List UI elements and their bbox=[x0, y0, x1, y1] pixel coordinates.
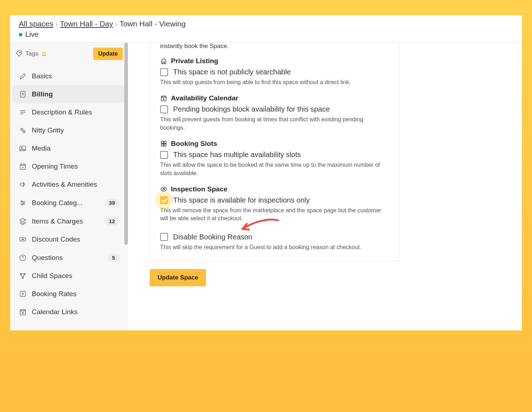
tag-icon bbox=[15, 50, 23, 58]
option-label: This space has multiple availability slo… bbox=[173, 151, 301, 159]
megaphone-icon bbox=[19, 181, 27, 188]
calendar-x-icon bbox=[160, 95, 167, 102]
sidebar-item-label: Calendar Links bbox=[32, 308, 119, 316]
svg-point-5 bbox=[23, 131, 25, 133]
building-icon bbox=[160, 57, 167, 65]
grid-icon bbox=[160, 140, 167, 147]
sidebar-item-label: Billing bbox=[32, 90, 119, 98]
gears-icon bbox=[19, 126, 27, 134]
tags-control[interactable]: Tags bbox=[15, 50, 48, 58]
breadcrumb-root[interactable]: All spaces bbox=[19, 19, 53, 28]
section-title: Availability Calendar bbox=[171, 94, 238, 102]
section-inspection-space: Inspection Space This space is available… bbox=[160, 180, 389, 226]
svg-point-4 bbox=[21, 129, 23, 131]
network-icon bbox=[19, 272, 27, 280]
badge: 12 bbox=[104, 217, 119, 225]
option-label: Pending bookings block availability for … bbox=[173, 105, 330, 113]
sidebar-item-label: Child Spaces bbox=[32, 272, 119, 280]
svg-rect-8 bbox=[20, 164, 26, 170]
sidebar-item-basics[interactable]: Basics bbox=[12, 67, 126, 85]
chevron-right-icon: › bbox=[115, 21, 117, 28]
svg-rect-23 bbox=[161, 144, 163, 146]
status-row: Live bbox=[19, 30, 513, 39]
update-button[interactable]: Update bbox=[93, 48, 123, 60]
badge: 39 bbox=[104, 199, 119, 207]
section-desc: This will stop guests from being able to… bbox=[160, 78, 389, 86]
sidebar-item-calendar-links[interactable]: Calendar Links bbox=[12, 303, 126, 321]
svg-point-16 bbox=[22, 277, 23, 279]
sidebar-item-booking-rates[interactable]: Booking Rates bbox=[12, 285, 126, 303]
svg-rect-22 bbox=[164, 142, 166, 144]
inspection-only-toggle[interactable]: This space is available for inspections … bbox=[160, 196, 389, 204]
pencil-icon bbox=[19, 72, 27, 80]
section-title: Private Listing bbox=[171, 57, 218, 65]
svg-point-0 bbox=[20, 52, 20, 53]
sidebar-item-items-charges[interactable]: Items & Charges 12 bbox=[12, 212, 126, 230]
svg-point-14 bbox=[20, 273, 22, 275]
app-window: All spaces › Town Hall - Day › Town Hall… bbox=[10, 15, 522, 330]
checkbox-icon bbox=[160, 68, 168, 76]
sidebar-item-label: Basics bbox=[32, 72, 119, 80]
sidebar-item-label: Opening Times bbox=[32, 162, 119, 170]
section-private-listing: Private Listing This space is not public… bbox=[160, 52, 389, 89]
sidebar-item-opening-times[interactable]: Opening Times bbox=[12, 157, 126, 175]
sliders-icon bbox=[19, 199, 27, 207]
image-icon bbox=[19, 144, 27, 152]
tags-label: Tags bbox=[25, 50, 38, 57]
sidebar-item-label: Discount Codes bbox=[32, 235, 119, 243]
section-desc: This will allow the space to be booked a… bbox=[160, 161, 389, 177]
sidebar-item-label: Activities & Amenities bbox=[32, 181, 119, 188]
calendar-link-icon bbox=[19, 308, 27, 316]
checkbox-icon bbox=[160, 233, 168, 241]
sidebar-item-discount-codes[interactable]: Discount Codes bbox=[12, 230, 126, 248]
svg-point-1 bbox=[42, 52, 44, 53]
sidebar-item-label: Media bbox=[32, 144, 119, 152]
breadcrumb-current: Town Hall - Viewing bbox=[120, 19, 186, 28]
section-desc: This will skip the requirement for a Gue… bbox=[160, 243, 389, 251]
sidebar-item-label: Booking Categ... bbox=[32, 199, 99, 207]
sidebar-item-description[interactable]: Description & Rules bbox=[12, 103, 126, 121]
sidebar-item-questions[interactable]: Questions 5 bbox=[12, 248, 126, 267]
svg-rect-24 bbox=[164, 144, 166, 146]
svg-rect-20 bbox=[161, 96, 166, 101]
sidebar-item-billing[interactable]: Billing bbox=[12, 85, 126, 103]
section-desc: This will remove the space from the mark… bbox=[160, 207, 389, 223]
disable-booking-reason-toggle[interactable]: Disable Booking Reason bbox=[160, 233, 389, 241]
multiple-slots-toggle[interactable]: This space has multiple availability slo… bbox=[160, 151, 389, 159]
svg-point-2 bbox=[44, 52, 46, 53]
layers-icon bbox=[19, 217, 27, 225]
sidebar-item-nitty-gritty[interactable]: Nitty Gritty bbox=[12, 121, 126, 139]
section-availability-calendar: Availability Calendar Pending bookings b… bbox=[160, 89, 389, 135]
sidebar-item-label: Questions bbox=[32, 254, 103, 262]
calendar-check-icon bbox=[19, 162, 27, 170]
update-space-button[interactable]: Update Space bbox=[150, 269, 206, 286]
option-label: Disable Booking Reason bbox=[173, 233, 252, 241]
ticket-icon bbox=[19, 235, 27, 243]
invoice-icon bbox=[19, 90, 27, 98]
section-booking-slots: Booking Slots This space has multiple av… bbox=[160, 135, 389, 180]
nav-list: Basics Billing Description & Rules Nitty… bbox=[10, 65, 128, 323]
breadcrumb-parent[interactable]: Town Hall - Day bbox=[60, 19, 113, 28]
svg-point-7 bbox=[21, 147, 22, 148]
lines-icon bbox=[19, 108, 27, 116]
sidebar-item-label: Booking Rates bbox=[32, 290, 119, 298]
checkbox-icon bbox=[160, 151, 168, 159]
checkbox-icon bbox=[160, 196, 168, 204]
sidebar-item-booking-categories[interactable]: Booking Categ... 39 bbox=[12, 194, 126, 212]
pending-block-toggle[interactable]: Pending bookings block availability for … bbox=[160, 105, 389, 113]
private-listing-toggle[interactable]: This space is not publicly searchable bbox=[160, 68, 389, 76]
header: All spaces › Town Hall - Day › Town Hall… bbox=[10, 15, 522, 43]
sidebar-item-child-spaces[interactable]: Child Spaces bbox=[12, 267, 126, 285]
sidebar-item-media[interactable]: Media bbox=[12, 139, 126, 157]
svg-point-19 bbox=[22, 312, 23, 314]
breadcrumb: All spaces › Town Hall - Day › Town Hall… bbox=[19, 19, 513, 28]
section-desc: This will prevent guests from booking at… bbox=[160, 116, 389, 132]
intro-fragment: instantly book the Space. bbox=[160, 43, 389, 52]
sidebar-item-label: Items & Charges bbox=[32, 217, 99, 225]
sidebar-item-activities[interactable]: Activities & Amenities bbox=[12, 175, 126, 194]
settings-card: instantly book the Space. Private Listin… bbox=[150, 43, 400, 261]
svg-point-15 bbox=[24, 273, 26, 275]
main-panel: instantly book the Space. Private Listin… bbox=[128, 43, 522, 330]
sidebar: Tags Update Basics Billing Description &… bbox=[10, 43, 128, 330]
status-dot-icon bbox=[19, 33, 22, 36]
